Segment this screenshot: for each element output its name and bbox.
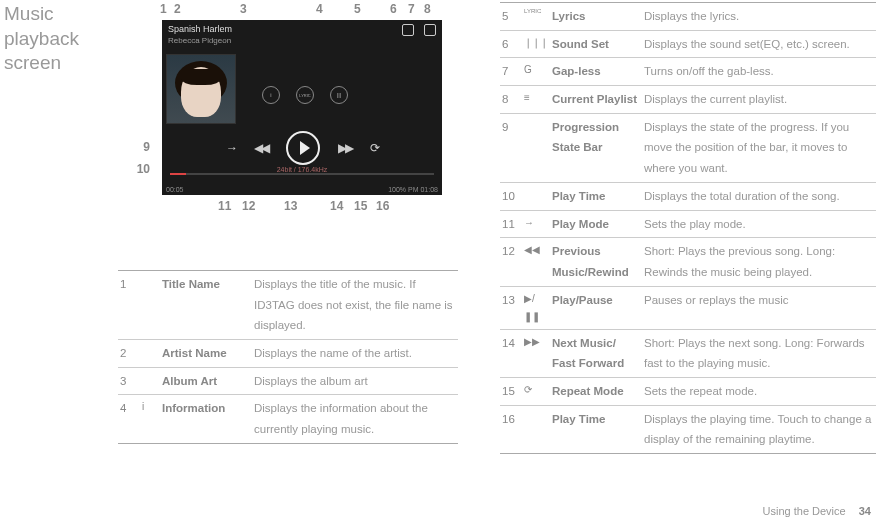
next-icon: ▶▶ <box>338 141 352 155</box>
row-number: 8 <box>500 86 522 114</box>
row-description: Displays the state of the progress. If y… <box>642 113 876 182</box>
play-button <box>286 131 320 165</box>
row-number: 16 <box>500 405 522 453</box>
callout-10: 10 <box>130 162 150 176</box>
row-icon: ◀◀ <box>522 238 550 286</box>
table-row: 14▶▶Next Music/ Fast ForwardShort: Plays… <box>500 329 876 377</box>
ss-progress <box>170 173 434 175</box>
eq-icon: ||| <box>330 86 348 104</box>
row-name: Play Mode <box>550 210 642 238</box>
row-description: Short: Plays the previous song. Long: Re… <box>642 238 876 286</box>
ss-album-art <box>166 54 236 124</box>
row-icon <box>140 271 160 340</box>
callouts-top: 1 2 3 4 5 6 7 8 <box>150 2 450 20</box>
row-description: Displays the lyrics. <box>642 3 876 31</box>
reference-table-left: 1Title NameDisplays the title of the mus… <box>118 270 458 444</box>
row-number: 1 <box>118 271 140 340</box>
reference-table-right: 5LYRICLyricsDisplays the lyrics.6❘❘❘Soun… <box>500 2 876 454</box>
row-description: Turns on/off the gab-less. <box>642 58 876 86</box>
row-icon <box>140 367 160 395</box>
row-description: Displays the sound set(EQ, etc.) screen. <box>642 30 876 58</box>
info-icon: i <box>262 86 280 104</box>
callouts-bottom: 11 12 13 14 15 16 <box>150 199 450 217</box>
row-icon: ⟳ <box>522 377 550 405</box>
page-title: Music playback screen <box>4 2 114 76</box>
row-name: Previous Music/Rewind <box>550 238 642 286</box>
ss-artist: Rebecca Pidgeon <box>168 36 231 45</box>
music-player-screenshot: Spanish Harlem Rebecca Pidgeon i LYRIC |… <box>162 20 442 195</box>
row-number: 7 <box>500 58 522 86</box>
table-row: 10Play TimeDisplays the total duration o… <box>500 182 876 210</box>
row-icon: ≡ <box>522 86 550 114</box>
row-icon <box>522 405 550 453</box>
row-description: Displays the information about the curre… <box>252 395 458 443</box>
callout-2: 2 <box>174 2 181 16</box>
callout-13: 13 <box>284 199 297 213</box>
row-icon: ▶/❚❚ <box>522 286 550 329</box>
row-number: 9 <box>500 113 522 182</box>
ss-play-controls: → ◀◀ ▶▶ ⟳ <box>162 131 442 165</box>
row-number: 5 <box>500 3 522 31</box>
row-number: 3 <box>118 367 140 395</box>
row-description: Displays the name of the artist. <box>252 340 458 368</box>
lyric-icon: LYRIC <box>296 86 314 104</box>
table-row: 7GGap-lessTurns on/off the gab-less. <box>500 58 876 86</box>
row-number: 11 <box>500 210 522 238</box>
row-name: Artist Name <box>160 340 252 368</box>
row-number: 2 <box>118 340 140 368</box>
row-number: 12 <box>500 238 522 286</box>
callout-12: 12 <box>242 199 255 213</box>
row-name: Information <box>160 395 252 443</box>
callout-8: 8 <box>424 2 431 16</box>
row-name: Play Time <box>550 405 642 453</box>
row-icon <box>522 182 550 210</box>
row-icon: ❘❘❘ <box>522 30 550 58</box>
callout-3: 3 <box>240 2 247 16</box>
footer-page-number: 34 <box>859 505 871 517</box>
row-name: Repeat Mode <box>550 377 642 405</box>
row-description: Displays the title of the music. If ID3T… <box>252 271 458 340</box>
row-description: Short: Plays the next song. Long: Forwar… <box>642 329 876 377</box>
row-description: Displays the total duration of the song. <box>642 182 876 210</box>
row-icon: G <box>522 58 550 86</box>
figure-area: 1 2 3 4 5 6 7 8 Spanish Harlem Rebecca P… <box>150 2 450 217</box>
row-name: Title Name <box>160 271 252 340</box>
row-icon <box>522 113 550 182</box>
playmode-icon: → <box>226 141 236 155</box>
playlist-icon <box>424 24 436 36</box>
row-number: 4 <box>118 395 140 443</box>
row-name: Play/Pause <box>550 286 642 329</box>
callout-16: 16 <box>376 199 389 213</box>
row-number: 13 <box>500 286 522 329</box>
table-row: 5LYRICLyricsDisplays the lyrics. <box>500 3 876 31</box>
ss-bottom-right: 100% PM 01:08 <box>388 186 438 193</box>
row-name: Next Music/ Fast Forward <box>550 329 642 377</box>
row-description: Displays the album art <box>252 367 458 395</box>
callout-7: 7 <box>408 2 415 16</box>
row-icon: i <box>140 395 160 443</box>
row-icon: → <box>522 210 550 238</box>
table-row: 16Play TimeDisplays the playing time. To… <box>500 405 876 453</box>
ss-bottombar: 00:05 100% PM 01:08 <box>166 186 438 193</box>
table-row: 3Album ArtDisplays the album art <box>118 367 458 395</box>
table-row: 6❘❘❘Sound SetDisplays the sound set(EQ, … <box>500 30 876 58</box>
ss-top-icons <box>402 24 436 36</box>
row-icon: LYRIC <box>522 3 550 31</box>
row-name: Lyrics <box>550 3 642 31</box>
ss-title: Spanish Harlem <box>168 24 232 34</box>
row-icon <box>140 340 160 368</box>
callout-9: 9 <box>130 140 150 154</box>
gapless-icon <box>402 24 414 36</box>
row-description: Displays the playing time. Touch to chan… <box>642 405 876 453</box>
table-row: 9Progression State BarDisplays the state… <box>500 113 876 182</box>
table-row: 12◀◀Previous Music/RewindShort: Plays th… <box>500 238 876 286</box>
callout-6: 6 <box>390 2 397 16</box>
table-row: 13▶/❚❚Play/PausePauses or replays the mu… <box>500 286 876 329</box>
table-row: 1Title NameDisplays the title of the mus… <box>118 271 458 340</box>
row-number: 15 <box>500 377 522 405</box>
row-description: Pauses or replays the music <box>642 286 876 329</box>
table-row: 11→Play ModeSets the play mode. <box>500 210 876 238</box>
row-name: Current Playlist <box>550 86 642 114</box>
table-row: 15⟳Repeat ModeSets the repeat mode. <box>500 377 876 405</box>
table-row: 8≡Current PlaylistDisplays the current p… <box>500 86 876 114</box>
